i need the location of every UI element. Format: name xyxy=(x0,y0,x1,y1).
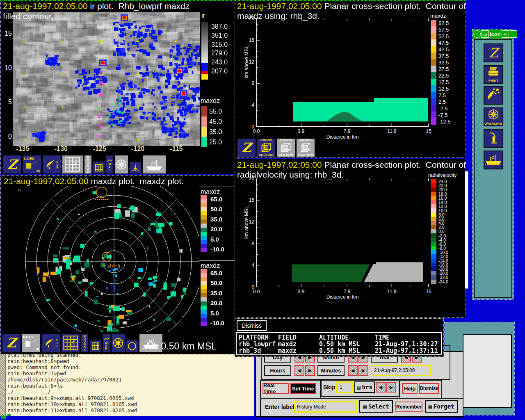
panel-dismiss-button[interactable]: Dismiss xyxy=(419,383,439,394)
colorbar-swatch xyxy=(201,207,207,211)
select-button[interactable]: ▤Select xyxy=(359,400,393,413)
radar-ppi-display[interactable] xyxy=(1,186,199,332)
xterm-window[interactable]: platforms being scanned. rain:beaufait:6… xyxy=(0,354,254,416)
satellite-dish-icon[interactable] xyxy=(484,86,503,105)
cross-section-icon[interactable]: CROSSSECTION xyxy=(257,138,276,157)
colorbar-entry: 62.5 xyxy=(431,20,451,26)
colorbar-entry: -2.5 xyxy=(431,105,451,112)
colorbar-tick: 62.5 xyxy=(438,20,449,26)
window-resize-icon[interactable]: ⌞ xyxy=(510,30,517,38)
colorbar-swatch xyxy=(431,52,436,59)
table-cell: rhb_lowprf xyxy=(239,341,276,347)
cross-section-icon[interactable]: CROSSSECTION xyxy=(276,138,295,157)
minutes-button[interactable]: Minutes xyxy=(317,365,345,376)
zebra-z-glyph: Z xyxy=(7,158,17,171)
colorbar-swatch xyxy=(201,293,207,297)
xsec-radialvelocity-plot[interactable] xyxy=(256,178,429,287)
colorbar-swatch xyxy=(431,196,436,200)
radar-dish-sur-icon[interactable]: SUR xyxy=(41,333,60,352)
colorbar-entry: 47.5 xyxy=(431,39,451,46)
colorbar-swatch xyxy=(201,322,207,326)
skip-back-button[interactable]: ◀ xyxy=(376,382,386,393)
radar-dish-glyph xyxy=(45,159,55,170)
map-glyph xyxy=(107,158,113,163)
time-field[interactable]: 21-Aug-97,2:05:00 xyxy=(371,365,431,376)
window-menu-icon[interactable]: ○ xyxy=(473,30,481,38)
colorbar-tick: -24.0 xyxy=(438,279,448,284)
menu-icon: ▤ xyxy=(357,384,360,390)
zebra-logo-icon[interactable]: Z xyxy=(237,138,256,157)
terminal-scrollbar[interactable] xyxy=(0,354,6,416)
xsec2-scrollbar[interactable] xyxy=(465,171,468,289)
table-dismiss-button[interactable]: Dismiss xyxy=(237,320,267,331)
label-field[interactable]: History Mode xyxy=(294,401,357,413)
real-time-button[interactable]: Real Time xyxy=(262,383,289,394)
compass-icon[interactable] xyxy=(114,155,128,174)
compass-icon[interactable]: OVERLAYS xyxy=(484,107,503,126)
circle-glyph xyxy=(127,341,137,351)
colorbar-swatch xyxy=(201,215,207,219)
bounds-icon[interactable]: BOUNDS xyxy=(81,333,89,352)
window-iconify-icon[interactable]: ◎ xyxy=(502,30,509,38)
ship-icon[interactable] xyxy=(484,151,503,169)
window-doc-icon[interactable]: ▤ xyxy=(482,30,489,38)
tick-label: 351.0 xyxy=(211,31,228,40)
hours-decrement-button[interactable]: ◀ xyxy=(294,365,304,376)
colorbar-swatch xyxy=(201,301,207,306)
help-button[interactable]: Help xyxy=(402,383,418,394)
colorbar-tick: -10.0 xyxy=(210,246,224,253)
minutes-decrement-button[interactable]: ◀ xyxy=(348,365,358,376)
colorbar-swatch xyxy=(431,192,436,196)
circle-icon[interactable] xyxy=(126,340,138,352)
colorbar-entry: -24.0 xyxy=(431,280,448,284)
set-time-button[interactable]: Set Time xyxy=(290,383,316,394)
zebra-logo-icon[interactable]: Z xyxy=(2,333,21,352)
grid-icon[interactable] xyxy=(89,340,102,352)
colorbar-swatch xyxy=(431,267,436,271)
minutes-increment-button[interactable]: ▶ xyxy=(358,365,368,376)
skip-units-button[interactable]: ▤hrs xyxy=(354,381,375,393)
zebra-logo-icon[interactable]: Z xyxy=(484,43,503,62)
satellite-ir-image[interactable] xyxy=(13,12,200,146)
radar-antenna-icon[interactable] xyxy=(484,129,503,148)
radar-dish-sur-icon[interactable]: SUR xyxy=(42,155,61,174)
goes-ir-icon[interactable]: GOES.IR xyxy=(22,333,41,352)
colorbar-swatch xyxy=(431,33,436,39)
hours-increment-button[interactable]: ▶ xyxy=(305,365,315,376)
skip-forward-button[interactable]: ▶ xyxy=(386,382,396,393)
map-icon[interactable]: MAP xyxy=(103,333,110,352)
map-icon[interactable]: MAP xyxy=(106,155,114,174)
goes-ir-icon[interactable]: GOES.IR xyxy=(23,155,41,174)
radar-grid-icon[interactable] xyxy=(62,155,83,174)
zebra-logo-icon[interactable]: Z xyxy=(3,155,22,174)
ship-icon[interactable] xyxy=(142,155,166,174)
forget-button[interactable]: ▤Forget xyxy=(425,400,458,413)
tick-label: 315.0 xyxy=(211,40,228,49)
colorbar-swatch xyxy=(431,213,436,217)
tick-label: 279.0 xyxy=(211,49,228,58)
buoy-icon[interactable] xyxy=(129,162,142,174)
skip-label: Skip xyxy=(323,384,336,390)
colorbar-swatch xyxy=(431,204,436,208)
hours-button[interactable]: Hours xyxy=(264,365,291,376)
colorbar-tick: 55.0 xyxy=(209,108,222,115)
colorbar-entry: 22.5 xyxy=(431,72,451,79)
bounds-icon[interactable]: BOUNDS xyxy=(84,155,92,174)
radar-dish-glyph xyxy=(44,338,55,348)
remember-button[interactable]: Remember xyxy=(395,402,422,412)
compass-icon[interactable] xyxy=(111,333,125,352)
cross-section-icon[interactable]: CROSSSECTION xyxy=(296,138,315,157)
printer-icon[interactable]: PRINT xyxy=(484,65,503,84)
colorbar-entry: 42.5 xyxy=(431,46,451,52)
colorbar-tick: 7.5 xyxy=(438,92,446,98)
radar-grid-icon[interactable] xyxy=(61,333,80,352)
goes-satellite-glyph xyxy=(25,339,37,348)
colorbar-swatch xyxy=(431,105,436,112)
grid-icon[interactable] xyxy=(93,162,105,174)
skip-field[interactable]: 1 xyxy=(336,381,354,393)
colorbar-entry: 52.5 xyxy=(431,33,451,39)
table-row: rhb_3dmaxdz0.50 km MSL21-Aug-97,1:37:11 xyxy=(239,348,440,354)
xsec-maxdz-plot[interactable] xyxy=(256,18,429,127)
table-cell: 0.50 km MSL xyxy=(319,341,360,347)
xsec2-y-ticks: 048121620 xyxy=(249,178,254,287)
